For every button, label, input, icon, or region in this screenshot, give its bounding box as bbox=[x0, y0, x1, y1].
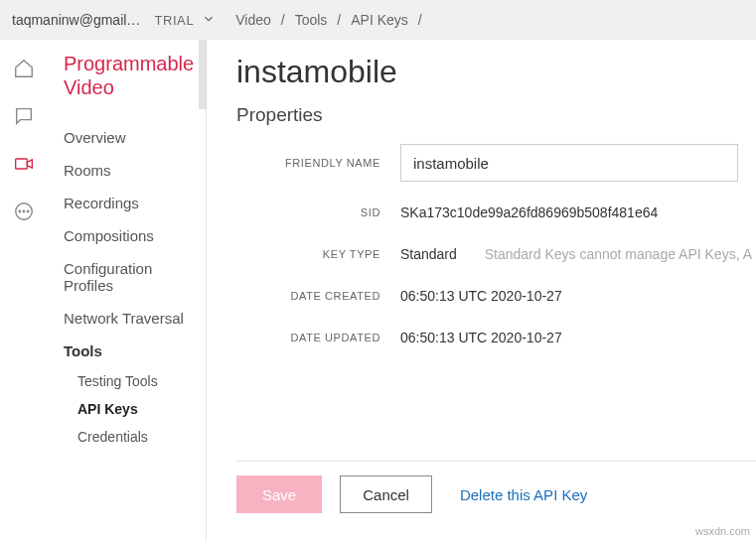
trial-badge: TRIAL bbox=[154, 13, 194, 28]
value-updated: 06:50:13 UTC 2020-10-27 bbox=[400, 330, 562, 345]
account-email[interactable]: taqmaninw@gmail… bbox=[12, 12, 140, 28]
sidebar-item-rooms[interactable]: Rooms bbox=[64, 154, 206, 187]
sidebar-sub-apikeys[interactable]: API Keys bbox=[77, 395, 206, 423]
page-title: instamobile bbox=[236, 54, 756, 90]
breadcrumb-sep: / bbox=[337, 12, 341, 28]
value-keytype: Standard Standard Keys cannot manage API… bbox=[400, 246, 752, 262]
cancel-button[interactable]: Cancel bbox=[340, 475, 432, 513]
value-sid: SKa173c10de99a26fd86969b508f481e64 bbox=[400, 204, 658, 220]
breadcrumb-sep: / bbox=[418, 12, 422, 28]
chevron-down-icon[interactable] bbox=[202, 12, 216, 29]
sidebar: Programmable Video Overview Rooms Record… bbox=[48, 40, 207, 541]
sidebar-sub-tools: Testing Tools API Keys Credentials bbox=[64, 367, 206, 451]
video-icon[interactable] bbox=[13, 153, 35, 175]
home-icon[interactable] bbox=[13, 58, 35, 79]
main-content: instamobile Properties FRIENDLY NAME SID… bbox=[207, 40, 756, 541]
row-created: DATE CREATED 06:50:13 UTC 2020-10-27 bbox=[236, 285, 756, 307]
sidebar-item-config[interactable]: Configuration Profiles bbox=[64, 252, 206, 302]
sidebar-item-recordings[interactable]: Recordings bbox=[64, 187, 206, 219]
sidebar-title[interactable]: Programmable Video bbox=[64, 52, 206, 99]
icon-rail bbox=[0, 40, 48, 541]
footer-actions: Save Cancel Delete this API Key bbox=[236, 461, 756, 513]
breadcrumb-video[interactable]: Video bbox=[235, 12, 271, 28]
row-friendly-name: FRIENDLY NAME bbox=[236, 144, 756, 182]
svg-point-3 bbox=[23, 210, 24, 211]
label-created: DATE CREATED bbox=[236, 290, 400, 302]
breadcrumb-apikeys[interactable]: API Keys bbox=[351, 12, 408, 28]
sidebar-item-network[interactable]: Network Traversal bbox=[64, 302, 206, 335]
keytype-text: Standard bbox=[400, 246, 457, 262]
label-friendly-name: FRIENDLY NAME bbox=[236, 157, 400, 169]
breadcrumb-sep: / bbox=[281, 12, 285, 28]
sidebar-item-tools[interactable]: Tools bbox=[64, 335, 206, 367]
label-sid: SID bbox=[236, 206, 400, 218]
sidebar-sub-testing[interactable]: Testing Tools bbox=[77, 367, 206, 395]
friendly-name-input[interactable] bbox=[400, 144, 738, 182]
keytype-hint: Standard Keys cannot manage API Keys, A bbox=[485, 246, 752, 262]
more-icon[interactable] bbox=[13, 201, 35, 222]
sidebar-item-compositions[interactable]: Compositions bbox=[64, 219, 206, 252]
sidebar-item-overview[interactable]: Overview bbox=[64, 121, 206, 154]
breadcrumb-tools[interactable]: Tools bbox=[295, 12, 328, 28]
label-keytype: KEY TYPE bbox=[236, 248, 400, 260]
layout: Programmable Video Overview Rooms Record… bbox=[0, 40, 756, 541]
row-keytype: KEY TYPE Standard Standard Keys cannot m… bbox=[236, 243, 756, 265]
delete-api-key-link[interactable]: Delete this API Key bbox=[460, 486, 587, 503]
topbar: taqmaninw@gmail… TRIAL Video / Tools / A… bbox=[0, 0, 756, 40]
label-updated: DATE UPDATED bbox=[236, 332, 400, 343]
svg-rect-0 bbox=[16, 159, 28, 169]
watermark: wsxdn.com bbox=[695, 525, 750, 537]
svg-point-4 bbox=[27, 210, 28, 211]
save-button[interactable]: Save bbox=[236, 475, 322, 513]
row-updated: DATE UPDATED 06:50:13 UTC 2020-10-27 bbox=[236, 327, 756, 348]
svg-point-2 bbox=[19, 210, 20, 211]
value-created: 06:50:13 UTC 2020-10-27 bbox=[400, 288, 562, 304]
row-sid: SID SKa173c10de99a26fd86969b508f481e64 bbox=[236, 202, 756, 223]
section-title: Properties bbox=[236, 104, 756, 126]
sidebar-sub-credentials[interactable]: Credentials bbox=[77, 423, 206, 451]
chat-icon[interactable] bbox=[13, 105, 35, 127]
